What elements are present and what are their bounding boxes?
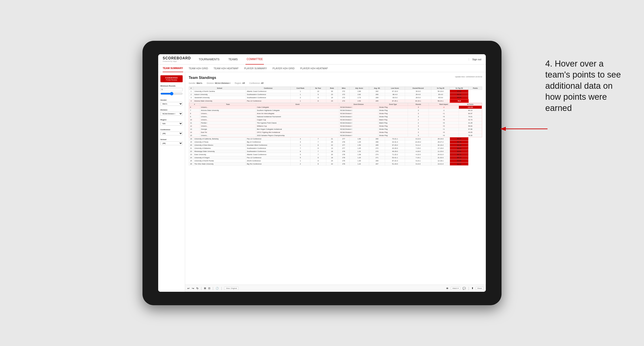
gender-label: Gender (160, 99, 183, 101)
col-conf-rank: Conf Rank (290, 87, 310, 90)
annotation-container: 4. Hover over a team's points to see add… (545, 58, 630, 114)
table-row[interactable]: 26 The Ohio State University Big Ten Con… (189, 163, 482, 166)
logo-area: SCOREBOARD Powered by clippi (163, 56, 191, 62)
annotation-arrow (498, 126, 548, 132)
report-area: Team Standings Update time: 13/03/2024 1… (185, 72, 486, 285)
clock-icon[interactable]: 🕐 (216, 287, 219, 290)
col-low: Low Score (385, 87, 405, 90)
gender-select[interactable]: Men's Women's (160, 102, 183, 106)
col-no-tour: No Tour (310, 87, 326, 90)
expanded-table-row: 7 Arizona State University Southern High… (189, 109, 482, 112)
conference-label: Conference (160, 129, 183, 131)
min-rounds-input[interactable] (160, 88, 183, 91)
col-points: Points (468, 87, 482, 90)
refresh-icon[interactable]: ↻ (196, 287, 198, 290)
division-select[interactable]: NCAA Division I NCAA Division II NCAA Di… (160, 112, 183, 116)
scene: SCOREBOARD Powered by clippi TOURNAMENTS… (0, 0, 644, 346)
col-adj-score: Adj. Score (350, 87, 369, 90)
nav-committee[interactable]: COMMITTEE (246, 54, 264, 65)
share-icon[interactable]: ⬆ (472, 287, 474, 290)
nav-tournaments[interactable]: TOURNAMENTS (198, 54, 220, 65)
table-row[interactable]: 20 University of New Mexico Mountain Wes… (189, 144, 482, 147)
region-select[interactable]: N/A Northeast Southeast (160, 122, 183, 126)
nav-teams[interactable]: TEAMS (227, 54, 239, 65)
table-row[interactable]: 25 University of North Florida ASUN Conf… (189, 159, 482, 163)
app-logo: SCOREBOARD (163, 56, 191, 60)
subnav-team-summary[interactable]: TEAM SUMMARY (163, 65, 183, 72)
sidebar-filters: Committee Portal Review Minimum Rounds G… (158, 72, 185, 292)
copy-icon[interactable]: ⊞ (204, 287, 206, 290)
filter-gender-display: Gender: Men's (189, 82, 202, 84)
standings-title: Team Standings (189, 76, 216, 80)
division-label: Division (160, 109, 183, 111)
expanded-table-row: 9 Univers... National Invitational Tourn… (189, 115, 482, 118)
watch-button[interactable]: Watch ▾ (451, 287, 460, 290)
filter-school: School (All) (160, 139, 183, 145)
subnav-player-h2h-heatmap[interactable]: PLAYER H2H HEATMAP (300, 65, 328, 72)
comment-icon[interactable]: 💬 (462, 287, 466, 290)
col-wins: Wins (338, 87, 350, 90)
subnav-team-h2h-grid[interactable]: TEAM H2H GRID (189, 65, 208, 72)
col-avg-sg: Avg. SG (369, 87, 385, 90)
min-rounds-slider[interactable] (160, 92, 183, 95)
expanded-table-row: 6 Univers... Cabo Collegiate NCAA Divisi… (189, 106, 482, 109)
undo-icon[interactable]: ↩ (187, 287, 190, 290)
expanded-table-row: 10 Univers... Copper Cup NCAA Division I… (189, 118, 482, 122)
expanded-table-row: 15 Univers... 2023 Sahalee Players Champ… (189, 134, 482, 137)
expanded-table-row: 12 Univers... Williams Cup NCAA Division… (189, 125, 482, 128)
expanded-events-table: # Team Event Event Division Event Type R… (189, 103, 482, 137)
eye-icon: 👁 (446, 287, 448, 290)
report-filters: Gender: Men's Division: NCAA Division I … (189, 82, 482, 84)
standings-table: # School Conference Conf Rank No Tour Rn… (189, 86, 482, 166)
main-content: Committee Portal Review Minimum Rounds G… (158, 72, 486, 292)
top-nav: SCOREBOARD Powered by clippi TOURNAMENTS… (158, 54, 486, 65)
sign-out-link[interactable]: Sign out (469, 58, 481, 61)
col-vs50: Vs Top 50 (450, 87, 468, 90)
school-select[interactable]: (All) (160, 141, 183, 145)
share-button[interactable]: Share (476, 287, 484, 290)
filter-conference-display: Conference: All (249, 82, 264, 84)
expanded-details-row: # Team Event Event Division Event Type R… (189, 103, 482, 137)
main-nav: TOURNAMENTS TEAMS COMMITTEE (198, 54, 469, 65)
app-logo-sub: Powered by clippi (163, 60, 191, 62)
col-conference: Conference (246, 87, 290, 90)
conference-select[interactable]: (All) ACC SEC (160, 132, 183, 135)
table-row[interactable]: 21 University of Alabama Southeastern Co… (189, 147, 482, 150)
table-row[interactable]: 3 Vanderbilt University Southeastern Con… (189, 96, 482, 100)
min-rounds-label: Minimum Rounds (160, 85, 183, 87)
table-row[interactable]: 24 University of Oregon Pac-12 Conferenc… (189, 156, 482, 159)
table-row-highlighted[interactable]: 4 Arizona State University Pac-12 Confer… (189, 99, 482, 103)
table-row[interactable]: 19 University of Texas Big 12 Conference… (189, 141, 482, 144)
filter-division-display: Division: NCAA Division I (207, 82, 230, 84)
filter-conference: Conference (All) ACC SEC (160, 129, 183, 135)
col-rnds: Rnds (326, 87, 338, 90)
subnav-player-h2h-grid[interactable]: PLAYER H2H GRID (273, 65, 294, 72)
annotation-text: 4. Hover over a team's points to see add… (545, 58, 630, 114)
filter-region: Region N/A Northeast Southeast (160, 119, 183, 126)
tablet-device: SCOREBOARD Powered by clippi TOURNAMENTS… (142, 41, 502, 305)
subnav-team-h2h-heatmap[interactable]: TEAM H2H HEATMAP (214, 65, 238, 72)
table-row[interactable]: 18 University of California, Berkeley Pa… (189, 137, 482, 141)
table-row[interactable]: 22 Mississippi State University Southeas… (189, 150, 482, 153)
subnav-player-summary[interactable]: PLAYER SUMMARY (244, 65, 267, 72)
table-row[interactable]: 2 Auburn University Southeastern Confere… (189, 93, 482, 96)
grid-icon[interactable]: ⊡ (208, 287, 210, 290)
col-school: School (194, 87, 246, 90)
filter-minimum-rounds: Minimum Rounds (160, 85, 183, 96)
expanded-table-row: 11 Florida I The Cypress Point Classic N… (189, 122, 482, 125)
table-row[interactable]: 23 Duke University Atlantic Coast Confer… (189, 153, 482, 156)
committee-portal-header: Committee Portal Review (160, 75, 183, 82)
table-row[interactable]: 1 University of North Carolina Atlantic … (189, 90, 482, 93)
highlighted-points-cell[interactable]: 78.5 (450, 99, 468, 103)
sub-nav: TEAM SUMMARY TEAM H2H GRID TEAM H2H HEAT… (158, 65, 486, 72)
col-rank: # (189, 87, 194, 90)
committee-label: Committee (161, 77, 182, 79)
update-time: Update time: 13/03/2024 10:03:42 (455, 76, 482, 78)
region-label: Region (160, 119, 183, 121)
school-label: School (160, 139, 183, 141)
report-container: Team Standings Update time: 13/03/2024 1… (185, 72, 486, 292)
portal-review-label: Portal Review (161, 79, 182, 81)
redo-icon[interactable]: ↪ (192, 287, 194, 290)
bottom-toolbar: ↩ ↪ ↻ | ⊞ ⊡ | 🕐 | View: Original 👁 Watch… (185, 285, 486, 292)
view-original-button[interactable]: View: Original (224, 287, 238, 290)
